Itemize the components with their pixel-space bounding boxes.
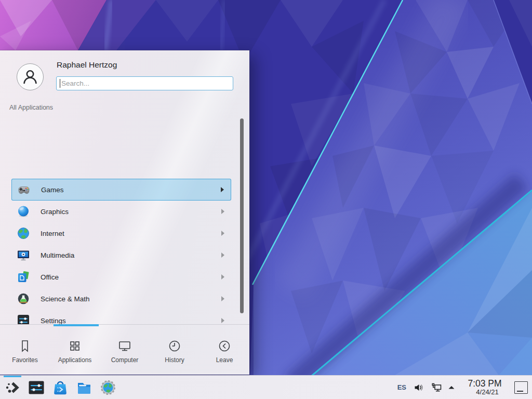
chevron-right-icon: [221, 274, 224, 280]
kickoff-launcher-button[interactable]: [4, 376, 21, 399]
digital-clock[interactable]: 7:03 PM 4/24/21: [462, 379, 507, 395]
multimedia-icon: [17, 248, 30, 262]
desktop: Raphael Hertzog All Applications: [0, 0, 532, 399]
active-launcher-indicator: [4, 376, 21, 377]
expand-tray-icon[interactable]: [448, 384, 455, 391]
leave-icon: [218, 339, 231, 353]
tab-leave[interactable]: Leave: [200, 326, 249, 375]
app-category-office[interactable]: Office: [11, 266, 231, 288]
user-name: Raphael Hertzog: [57, 60, 117, 70]
grid-icon: [68, 339, 82, 353]
search-field: [56, 76, 233, 90]
clock-date: 4/24/21: [468, 389, 507, 396]
applications-list: Games Graphics: [0, 114, 249, 324]
web-browser-icon: [100, 379, 116, 396]
chevron-right-icon: [221, 231, 224, 236]
tabbar-separator: [0, 324, 249, 325]
app-category-label: Multimedia: [41, 251, 74, 259]
app-category-label: Graphics: [41, 208, 69, 216]
network-icon[interactable]: [431, 383, 442, 392]
app-category-label: Games: [41, 186, 64, 194]
file-manager-button[interactable]: [75, 376, 93, 399]
app-category-label: Science & Math: [41, 295, 90, 303]
clock-icon: [168, 339, 181, 353]
tab-label: Leave: [216, 356, 233, 364]
keyboard-layout-indicator[interactable]: ES: [397, 383, 406, 391]
tab-favorites[interactable]: Favorites: [0, 326, 50, 375]
tabbar: Favorites Applications Computer: [0, 326, 249, 375]
tab-label: History: [165, 356, 184, 364]
games-icon: [17, 183, 31, 196]
scrollbar[interactable]: [240, 118, 244, 313]
app-category-label: Office: [41, 273, 59, 281]
tab-applications[interactable]: Applications: [50, 326, 100, 375]
taskbar: ES: [0, 375, 532, 399]
system-settings-button[interactable]: [28, 376, 45, 399]
discover-icon: [52, 379, 69, 396]
tab-computer[interactable]: Computer: [100, 326, 150, 375]
monitor-icon: [118, 339, 131, 353]
system-settings-icon: [28, 379, 45, 396]
chevron-right-icon: [221, 252, 224, 258]
office-icon: [17, 270, 30, 284]
tab-label: Computer: [111, 356, 139, 364]
app-category-graphics[interactable]: Graphics: [11, 201, 231, 222]
taskbar-launchers: [0, 376, 117, 399]
app-category-science-math[interactable]: Science & Math: [11, 288, 231, 310]
chevron-right-icon: [221, 296, 224, 301]
kickoff-menu: Raphael Hertzog All Applications: [0, 50, 249, 375]
system-tray: ES: [397, 376, 532, 399]
graphics-icon: [17, 205, 30, 218]
science-icon: [17, 292, 30, 305]
user-icon: [20, 66, 41, 87]
chevron-right-icon: [221, 187, 224, 192]
chevron-right-icon: [221, 209, 224, 214]
search-input[interactable]: [56, 76, 233, 90]
tab-label: Favorites: [12, 356, 37, 364]
app-category-internet[interactable]: Internet: [11, 222, 231, 244]
web-browser-button[interactable]: [99, 376, 117, 399]
avatar[interactable]: [17, 63, 44, 90]
app-category-settings[interactable]: Settings: [11, 310, 231, 324]
bookmark-icon: [18, 339, 32, 353]
discover-button[interactable]: [51, 376, 69, 399]
app-category-games[interactable]: Games: [11, 179, 231, 201]
tab-label: Applications: [58, 356, 92, 364]
app-category-label: Internet: [41, 230, 64, 237]
chevron-right-icon: [221, 318, 224, 323]
internet-icon: [17, 227, 30, 240]
volume-icon[interactable]: [414, 383, 424, 392]
show-desktop-button[interactable]: [514, 381, 528, 394]
kickoff-launcher-icon: [4, 379, 21, 396]
tab-history[interactable]: History: [150, 326, 200, 375]
file-manager-icon: [76, 379, 92, 396]
app-category-multimedia[interactable]: Multimedia: [11, 244, 231, 266]
clock-time: 7:03 PM: [462, 379, 507, 388]
section-label: All Applications: [9, 104, 53, 111]
text-caret: [60, 79, 60, 88]
settings-icon: [17, 314, 30, 324]
app-category-label: Settings: [41, 317, 66, 325]
